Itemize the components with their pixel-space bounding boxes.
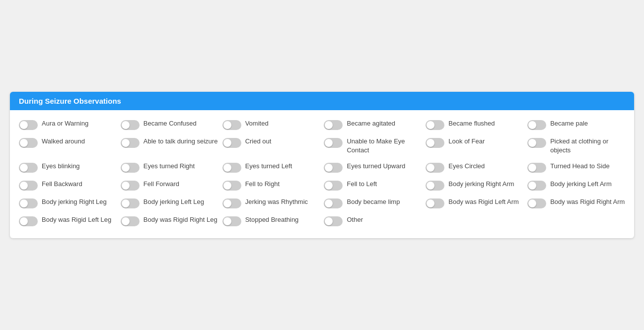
obs-item-body-rigid-left-arm: Body was Rigid Left Arm <box>426 198 523 208</box>
toggle-picked-clothing[interactable] <box>527 138 546 148</box>
obs-label-vomited: Vomited <box>245 119 269 128</box>
obs-item-stopped-breathing: Stopped Breathing <box>222 215 320 226</box>
toggle-look-of-fear[interactable] <box>426 138 444 148</box>
toggle-vomited[interactable] <box>222 120 241 130</box>
obs-item-eyes-turned-upward: Eyes turned Upward <box>324 162 422 173</box>
obs-label-unable-eye-contact: Unable to Make Eye Contact <box>347 137 422 154</box>
obs-item-body-jerking-left-arm: Body jerking Left Arm <box>527 180 625 191</box>
obs-label-turned-head-side: Turned Head to Side <box>550 162 609 171</box>
obs-item-became-agitated: Became agitated <box>324 119 422 130</box>
toggle-eyes-blinking[interactable] <box>19 163 38 173</box>
obs-label-eyes-circled: Eyes Circled <box>448 162 485 171</box>
toggle-became-flushed[interactable] <box>426 120 444 130</box>
obs-item-became-confused: Became Confused <box>121 119 218 130</box>
obs-label-fell-right: Fell to Right <box>245 180 280 189</box>
obs-label-eyes-turned-upward: Eyes turned Upward <box>347 162 405 171</box>
toggle-body-jerking-left-leg[interactable] <box>121 198 140 208</box>
obs-item-body-jerking-left-leg: Body jerking Left Leg <box>121 198 218 208</box>
obs-item-body-jerking-right-arm: Body jerking Right Arm <box>426 180 523 191</box>
toggle-eyes-circled[interactable] <box>426 163 444 173</box>
obs-item-body-rigid-left-leg: Body was Rigid Left Leg <box>19 215 117 226</box>
seizure-observations-card: During Seizure Observations Aura or Warn… <box>10 92 634 238</box>
obs-label-body-jerking-left-leg: Body jerking Left Leg <box>143 198 204 206</box>
obs-label-aura-warning: Aura or Warning <box>42 119 88 128</box>
toggle-jerking-rhythmic[interactable] <box>222 198 241 208</box>
obs-label-eyes-blinking: Eyes blinking <box>42 162 80 171</box>
obs-item-look-of-fear: Look of Fear <box>426 137 523 154</box>
obs-label-became-pale: Became pale <box>550 119 588 128</box>
toggle-became-pale[interactable] <box>527 120 546 130</box>
obs-item-walked-around: Walked around <box>19 137 117 154</box>
obs-item-eyes-turned-left: Eyes turned Left <box>222 162 320 173</box>
obs-item-body-rigid-right-leg: Body was Rigid Right Leg <box>121 215 218 226</box>
obs-item-fell-forward: Fell Forward <box>121 180 218 191</box>
obs-item-turned-head-side: Turned Head to Side <box>527 162 625 173</box>
toggle-body-rigid-left-arm[interactable] <box>426 198 444 208</box>
obs-label-cried-out: Cried out <box>245 137 272 146</box>
toggle-body-rigid-right-leg[interactable] <box>121 216 140 226</box>
card-header: During Seizure Observations <box>10 92 634 110</box>
toggle-became-confused[interactable] <box>121 120 140 130</box>
obs-label-became-flushed: Became flushed <box>448 119 495 128</box>
obs-item-fell-backward: Fell Backward <box>19 180 117 191</box>
obs-label-other: Other <box>347 215 363 224</box>
toggle-eyes-turned-left[interactable] <box>222 163 241 173</box>
obs-label-body-rigid-right-leg: Body was Rigid Right Leg <box>143 215 217 224</box>
toggle-body-jerking-right-leg[interactable] <box>19 198 38 208</box>
toggle-walked-around[interactable] <box>19 138 38 148</box>
toggle-body-rigid-left-leg[interactable] <box>19 216 38 226</box>
obs-item-aura-warning: Aura or Warning <box>19 119 117 130</box>
obs-item-eyes-blinking: Eyes blinking <box>19 162 117 173</box>
obs-item-eyes-circled: Eyes Circled <box>426 162 523 173</box>
toggle-eyes-turned-upward[interactable] <box>324 163 343 173</box>
toggle-cried-out[interactable] <box>222 138 241 148</box>
toggle-other[interactable] <box>324 216 343 226</box>
obs-item-unable-eye-contact: Unable to Make Eye Contact <box>324 137 422 154</box>
obs-label-picked-clothing: Picked at clothing or objects <box>550 137 625 154</box>
obs-label-body-jerking-right-leg: Body jerking Right Leg <box>42 198 107 206</box>
obs-item-fell-right: Fell to Right <box>222 180 320 191</box>
toggle-aura-warning[interactable] <box>19 120 38 130</box>
obs-label-body-rigid-right-arm: Body was Rigid Right Arm <box>550 198 625 206</box>
obs-label-eyes-turned-right: Eyes turned Right <box>143 162 195 171</box>
toggle-became-agitated[interactable] <box>324 120 343 130</box>
toggle-fell-right[interactable] <box>222 181 241 191</box>
toggle-body-rigid-right-arm[interactable] <box>527 198 546 208</box>
obs-label-walked-around: Walked around <box>42 137 85 146</box>
card-title: During Seizure Observations <box>19 97 121 105</box>
obs-label-able-to-talk: Able to talk during seizure <box>143 137 218 146</box>
toggle-body-became-limp[interactable] <box>324 198 343 208</box>
obs-item-jerking-rhythmic: Jerking was Rhythmic <box>222 198 320 208</box>
obs-item-became-pale: Became pale <box>527 119 625 130</box>
observations-grid: Aura or WarningBecame ConfusedVomitedBec… <box>19 119 625 226</box>
toggle-body-jerking-left-arm[interactable] <box>527 181 546 191</box>
obs-item-picked-clothing: Picked at clothing or objects <box>527 137 625 154</box>
obs-item-eyes-turned-right: Eyes turned Right <box>121 162 218 173</box>
obs-item-body-became-limp: Body became limp <box>324 198 422 208</box>
toggle-eyes-turned-right[interactable] <box>121 163 140 173</box>
obs-label-became-confused: Became Confused <box>143 119 197 128</box>
toggle-able-to-talk[interactable] <box>121 138 140 148</box>
obs-label-body-rigid-left-arm: Body was Rigid Left Arm <box>448 198 519 206</box>
toggle-fell-forward[interactable] <box>121 181 140 191</box>
obs-label-body-rigid-left-leg: Body was Rigid Left Leg <box>42 215 111 224</box>
obs-item-became-flushed: Became flushed <box>426 119 523 130</box>
toggle-turned-head-side[interactable] <box>527 163 546 173</box>
toggle-fell-left[interactable] <box>324 181 343 191</box>
obs-label-body-jerking-right-arm: Body jerking Right Arm <box>448 180 514 189</box>
obs-item-fell-left: Fell to Left <box>324 180 422 191</box>
obs-label-body-jerking-left-arm: Body jerking Left Arm <box>550 180 612 189</box>
obs-label-jerking-rhythmic: Jerking was Rhythmic <box>245 198 308 206</box>
toggle-unable-eye-contact[interactable] <box>324 138 343 148</box>
obs-label-fell-forward: Fell Forward <box>143 180 179 189</box>
obs-label-fell-backward: Fell Backward <box>42 180 82 189</box>
toggle-stopped-breathing[interactable] <box>222 216 241 226</box>
toggle-fell-backward[interactable] <box>19 181 38 191</box>
obs-label-eyes-turned-left: Eyes turned Left <box>245 162 292 171</box>
obs-item-other: Other <box>324 215 422 226</box>
card-body: Aura or WarningBecame ConfusedVomitedBec… <box>10 110 634 238</box>
obs-label-stopped-breathing: Stopped Breathing <box>245 215 299 224</box>
obs-item-body-jerking-right-leg: Body jerking Right Leg <box>19 198 117 208</box>
toggle-body-jerking-right-arm[interactable] <box>426 181 444 191</box>
obs-item-able-to-talk: Able to talk during seizure <box>121 137 218 154</box>
